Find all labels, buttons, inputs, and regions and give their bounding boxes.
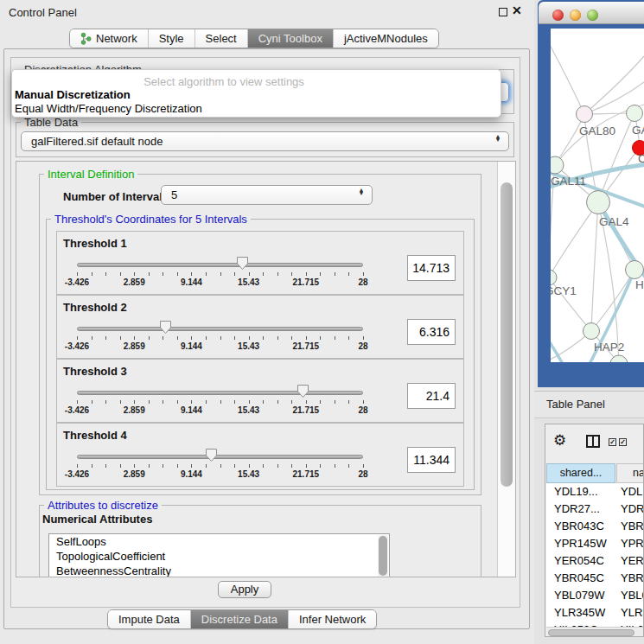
slider-tick-label: -3.426 <box>55 405 99 415</box>
threshold-label: Threshold 4 <box>63 429 127 442</box>
close-icon[interactable]: ✕ <box>512 3 522 17</box>
slider-tick-label: 28 <box>341 341 385 351</box>
close-traffic-light-icon[interactable] <box>552 10 564 21</box>
network-node-gal11[interactable] <box>551 156 564 174</box>
tab-label: Network <box>96 29 137 48</box>
table-row[interactable]: YDL19...YDL1 <box>546 483 644 501</box>
float-window-icon[interactable] <box>499 8 507 16</box>
apply-button[interactable]: Apply <box>218 581 271 598</box>
table-row[interactable]: YBL079WYBL0 <box>546 587 644 604</box>
network-highlight-edge[interactable] <box>551 331 564 362</box>
numerical-attributes-list[interactable]: SelfLoopsTopologicalCoefficientBetweenne… <box>48 533 390 577</box>
table-row[interactable]: YBR043CYBR0 <box>546 518 644 535</box>
slider-tick <box>120 272 121 276</box>
slider-tick <box>177 400 178 404</box>
network-edge[interactable] <box>591 202 598 331</box>
threshold-slider-thumb[interactable] <box>205 448 218 462</box>
algorithm-popup-hint: Select algorithm to view settings <box>12 75 436 88</box>
slider-tick <box>320 272 321 276</box>
network-node-gal4[interactable] <box>587 191 610 214</box>
table-row[interactable]: YER054CYER0 <box>546 552 644 570</box>
network-node-gcy1[interactable] <box>551 270 557 285</box>
threshold-slider-track[interactable] <box>77 263 363 267</box>
number-of-intervals-combobox[interactable]: 5 ▲▼ <box>161 185 373 205</box>
threshold-value-field[interactable]: 11.344 <box>407 447 456 473</box>
gear-icon[interactable]: ⚙ <box>553 431 566 450</box>
network-edge[interactable] <box>551 202 598 277</box>
table-row[interactable]: YDR27...YDR2 <box>546 501 644 518</box>
slider-tick-label: 21.715 <box>284 277 328 287</box>
network-node-ga[interactable] <box>627 105 643 122</box>
bottom-tab-discretize-data[interactable]: Discretize Data <box>190 610 288 628</box>
threshold-value-field[interactable]: 21.4 <box>407 383 456 409</box>
tab-style[interactable]: Style <box>148 29 194 48</box>
bottom-tab-impute-data[interactable]: Impute Data <box>108 610 190 628</box>
control-panel-window: Control Panel ✕ NetworkStyleSelectCyni T… <box>0 0 534 644</box>
checked-box-icon[interactable]: ✓ <box>619 438 627 446</box>
tab-select[interactable]: Select <box>194 29 247 48</box>
table-data-combobox[interactable]: galFiltered.sif default node ▲▼ <box>21 131 509 151</box>
threshold-slider-track[interactable] <box>77 327 363 331</box>
slider-tick <box>320 400 321 404</box>
column-header-name[interactable]: na <box>616 463 644 483</box>
slider-tick-label: -3.426 <box>55 341 99 351</box>
attribute-list-item[interactable]: TopologicalCoefficient <box>49 549 389 564</box>
bottom-tab-infer-network[interactable]: Infer Network <box>288 610 376 628</box>
bottom-tab-label: Discretize Data <box>201 610 277 628</box>
column-header-shared-name[interactable]: shared... <box>546 463 615 483</box>
slider-tick-label: 15.43 <box>227 277 271 287</box>
table-data-group-title: Table Data <box>21 116 81 129</box>
slider-tick <box>348 464 349 468</box>
slider-tick <box>291 464 292 468</box>
attributes-group-title: Attributes to discretize <box>44 499 162 512</box>
threshold-3-panel: Threshold 3-3.4262.8599.14415.4321.71528… <box>56 359 464 423</box>
cell-shared-name: YBR043C <box>554 520 616 532</box>
network-edge[interactable] <box>591 270 634 331</box>
threshold-slider-thumb[interactable] <box>236 256 249 271</box>
threshold-value-field[interactable]: 14.713 <box>407 255 456 281</box>
slider-tick <box>191 272 192 276</box>
popup-item-equal-width-frequency[interactable]: Equal Width/Frequency Discretization <box>15 102 202 115</box>
network-node-gal80[interactable] <box>577 106 593 123</box>
window-title: Control Panel <box>9 6 77 19</box>
network-node-hap2[interactable] <box>583 323 600 340</box>
network-node-h[interactable] <box>626 261 644 279</box>
checked-box-icon[interactable]: ✓ <box>609 438 616 446</box>
attributes-list-scrollbar[interactable] <box>378 535 388 577</box>
slider-tick <box>92 400 92 404</box>
slider-tick <box>134 464 135 468</box>
network-node-label: GA <box>632 124 644 137</box>
settings-vertical-scrollbar-thumb[interactable] <box>501 182 513 487</box>
network-node-label: GAL4 <box>599 215 629 228</box>
combo-spinner-icon: ▲▼ <box>494 135 501 142</box>
popup-item-manual-discretization[interactable]: Manual Discretization <box>15 88 131 101</box>
table-horizontal-scrollbar-thumb[interactable] <box>548 629 634 636</box>
tab-jactivemnodules[interactable]: jActiveMNodules <box>333 29 438 48</box>
slider-tick <box>134 400 135 404</box>
attributes-list-scrollbar-thumb[interactable] <box>379 536 387 576</box>
threshold-slider-track[interactable] <box>77 455 363 459</box>
minimize-traffic-light-icon[interactable] <box>570 10 581 21</box>
split-columns-icon[interactable] <box>586 435 600 448</box>
table-row[interactable]: YPR145WYPR1 <box>546 535 644 552</box>
table-row[interactable]: YBR045CYBR0 <box>546 570 644 587</box>
slider-tick-label: 15.43 <box>227 469 271 479</box>
slider-tick <box>234 336 235 340</box>
attribute-list-item[interactable]: BetweennessCentrality <box>49 564 389 577</box>
threshold-value-field[interactable]: 6.316 <box>407 319 456 345</box>
threshold-slider-thumb[interactable] <box>159 320 172 335</box>
threshold-slider-track[interactable] <box>77 391 363 395</box>
network-canvas[interactable]: GAL80GACGAL11GAL4GCY1HHAP2 <box>551 29 644 362</box>
tab-network[interactable]: Network <box>70 29 148 48</box>
zoom-traffic-light-icon[interactable] <box>587 10 598 21</box>
settings-vertical-scrollbar[interactable] <box>497 162 515 577</box>
table-horizontal-scrollbar[interactable] <box>546 627 644 637</box>
attribute-list-item[interactable]: SelfLoops <box>49 534 389 549</box>
network-edge[interactable] <box>551 34 584 114</box>
table-row[interactable]: YLR345WYLR3 <box>546 604 644 622</box>
cell-shared-name: YBR045C <box>554 571 616 584</box>
cell-shared-name: YBL079W <box>554 589 616 602</box>
slider-tick <box>77 464 78 468</box>
threshold-slider-thumb[interactable] <box>296 384 309 399</box>
tab-cyni-toolbox[interactable]: Cyni Toolbox <box>247 29 333 48</box>
